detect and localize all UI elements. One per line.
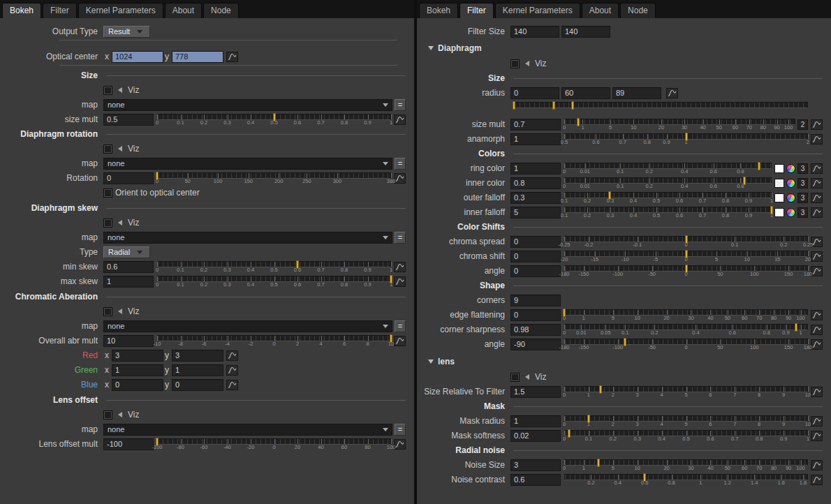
field-corner-sharpness[interactable] (510, 324, 561, 336)
viz-checkbox[interactable] (103, 410, 112, 420)
field-size-mult[interactable] (510, 119, 561, 131)
field-mask-softness[interactable] (510, 430, 561, 442)
slider-angle[interactable]: -180-150-100-50050100150180 (564, 338, 808, 350)
tab-filter[interactable]: Filter (459, 3, 494, 18)
group-header-lens[interactable]: lens (417, 355, 823, 368)
slider-handle[interactable] (685, 235, 688, 244)
curve-icon[interactable] (226, 52, 238, 62)
field-overall-abr-mult[interactable] (103, 335, 154, 347)
channel-count-button[interactable]: 3 (797, 163, 808, 174)
slider-mask-radius[interactable]: 012345678910 (564, 415, 808, 427)
curve-icon[interactable] (811, 193, 823, 203)
field-anamorph[interactable] (510, 133, 561, 145)
curve-icon[interactable] (811, 475, 823, 485)
curve-icon[interactable] (811, 416, 823, 427)
dropdown-map[interactable]: none (103, 320, 392, 332)
slider-size-relative-to-filter[interactable]: 012345678910 (564, 385, 808, 398)
slider-max-skew[interactable]: 00.10.20.30.40.50.60.70.80.91 (157, 275, 391, 288)
slider-handle[interactable] (577, 118, 580, 126)
tab-about[interactable]: About (165, 3, 202, 18)
curve-icon[interactable] (811, 387, 823, 397)
field-chroma-spread[interactable] (510, 236, 561, 248)
field-min-skew[interactable] (103, 261, 154, 273)
channel-count-button[interactable]: 3 (797, 178, 808, 188)
field-max-skew[interactable] (103, 276, 154, 288)
slider-handle[interactable] (156, 438, 159, 446)
field-red-y[interactable] (172, 350, 223, 362)
slider-handle[interactable] (568, 429, 571, 438)
viz-checkbox[interactable] (103, 218, 112, 228)
color-wheel-icon[interactable] (786, 164, 795, 173)
field-optical-center-x[interactable] (112, 51, 163, 63)
curve-icon[interactable] (226, 380, 238, 390)
curve-icon[interactable] (811, 325, 823, 335)
slider-handle[interactable] (563, 309, 566, 317)
viz-checkbox[interactable] (103, 144, 112, 154)
slider-handle[interactable] (770, 206, 773, 214)
slider-handle[interactable] (624, 338, 626, 346)
slider-noise-size[interactable]: 015102030405060708090100 (564, 459, 808, 471)
dropdown-map[interactable]: none (103, 99, 392, 111)
slider-handle[interactable] (643, 473, 646, 482)
tab-node[interactable]: Node (203, 3, 239, 18)
slider-overall-abr-mult[interactable]: -10-8-6-4-20246810 (157, 334, 391, 347)
tab-bokeh[interactable]: Bokeh (419, 3, 458, 18)
field-edge-flattening[interactable] (510, 309, 561, 321)
slider-noise-contrast[interactable]: 0.20.40.60.811.21.41.61.8 (564, 473, 808, 486)
color-wheel-icon[interactable] (786, 208, 795, 217)
curve-icon[interactable] (811, 460, 823, 470)
curve-icon[interactable] (394, 114, 406, 125)
field-angle[interactable] (510, 265, 561, 277)
color-wheel-icon[interactable] (786, 193, 795, 202)
tab-node[interactable]: Node (620, 3, 656, 18)
slider-handle[interactable] (758, 162, 760, 170)
expression-button[interactable]: = (395, 158, 406, 170)
slider-radius-range[interactable] (514, 101, 808, 114)
field-filter-size-1[interactable] (561, 26, 610, 38)
channel-count-button[interactable]: 3 (797, 207, 808, 218)
slider-handle[interactable] (608, 191, 611, 200)
field-noise-size[interactable] (510, 459, 561, 471)
curve-icon[interactable] (666, 88, 678, 98)
curve-icon[interactable] (811, 134, 823, 144)
viz-checkbox[interactable] (510, 59, 520, 68)
field-noise-contrast[interactable] (510, 474, 561, 486)
curve-icon[interactable] (394, 336, 406, 346)
slider-handle[interactable] (296, 260, 299, 269)
slider-track[interactable] (564, 192, 772, 198)
curve-icon[interactable] (811, 310, 823, 320)
slider-corner-sharpness[interactable]: 00.010.050.10.20.40.60.80.91 (564, 323, 808, 336)
color-swatch[interactable] (774, 208, 784, 217)
slider-handle[interactable] (390, 334, 392, 343)
slider-handle[interactable] (743, 177, 746, 185)
tab-kernel-parameters[interactable]: Kernel Parameters (495, 3, 580, 18)
slider-min-skew[interactable]: 00.10.20.30.40.50.60.70.80.91 (157, 260, 391, 273)
orient-to-optical-center-checkbox[interactable] (103, 188, 112, 198)
expression-button[interactable]: = (395, 320, 406, 332)
color-swatch[interactable] (774, 179, 784, 188)
curve-icon[interactable] (811, 163, 823, 174)
slider-handle[interactable] (587, 415, 590, 423)
slider-handle[interactable] (552, 101, 555, 110)
field-mask-radius[interactable] (510, 415, 561, 427)
slider-track[interactable] (564, 474, 808, 480)
slider-anamorph[interactable]: 0.50.60.70.80.912 (564, 133, 808, 145)
dropdown-map[interactable]: none (103, 232, 392, 244)
field-green-y[interactable] (172, 364, 223, 376)
expression-button[interactable]: = (395, 424, 406, 436)
expression-button[interactable]: = (395, 99, 406, 111)
slider-lens-offset-mult[interactable]: -100-80-60-40-20020406080100 (157, 438, 391, 450)
slider-size-mult[interactable]: 015102030405060708090100 (564, 118, 795, 131)
slider-handle[interactable] (513, 101, 515, 110)
field-green-x[interactable] (112, 364, 163, 376)
curve-icon[interactable] (811, 119, 823, 130)
field-red-x[interactable] (112, 350, 163, 362)
channel-count-button[interactable]: 3 (797, 193, 808, 203)
dropdown-map[interactable]: none (103, 158, 392, 170)
color-swatch[interactable] (774, 193, 784, 202)
slider-track[interactable] (514, 102, 808, 108)
field-radius-1[interactable] (561, 87, 610, 99)
dropdown-map[interactable]: none (103, 424, 392, 436)
dropdown-output-type[interactable]: Result (103, 26, 150, 38)
curve-icon[interactable] (394, 276, 406, 287)
